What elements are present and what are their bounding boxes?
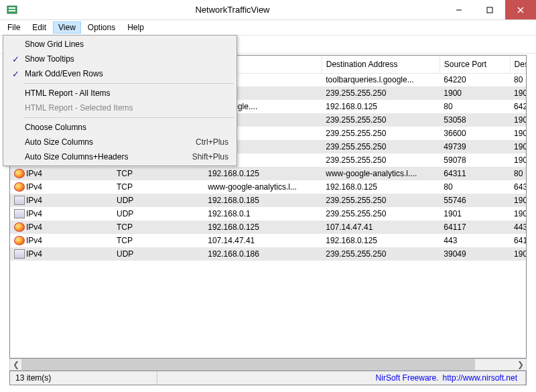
scroll-thumb[interactable]	[21, 359, 475, 370]
app-icon	[3, 1, 21, 19]
titlebar: NetworkTrafficView	[0, 0, 536, 20]
svg-rect-2	[9, 10, 15, 11]
document-icon	[14, 209, 25, 218]
svg-rect-0	[7, 6, 17, 13]
minimize-button[interactable]	[444, 0, 474, 19]
window-title: NetworkTrafficView	[21, 5, 444, 15]
status-brand-cell: NirSoft Freeware. http://www.nirsoft.net	[157, 371, 526, 385]
col-src-port[interactable]: Source Port	[440, 56, 510, 73]
document-icon	[14, 196, 25, 205]
firefox-icon	[14, 169, 25, 178]
brand-text: NirSoft Freeware.	[376, 373, 439, 383]
svg-rect-1	[9, 7, 15, 9]
status-count: 13 item(s)	[10, 371, 157, 385]
table-row[interactable]: IPv4TCP192.168.0.125107.14.47.4164117443	[10, 220, 526, 234]
table-row[interactable]: IPv4TCPwww-google-analytics.l...192.168.…	[10, 180, 526, 194]
document-icon	[14, 249, 25, 259]
col-dst-address[interactable]: Destination Address	[322, 56, 440, 73]
menu-show-tooltips[interactable]: ✓ Show Tooltips	[5, 52, 235, 66]
horizontal-scrollbar[interactable]: ❮ ❯	[9, 358, 527, 371]
menu-show-grid-lines[interactable]: Show Grid Lines	[5, 37, 235, 52]
table-row[interactable]: IPv4TCP192.168.0.125www-google-analytics…	[10, 167, 526, 180]
firefox-icon	[14, 236, 25, 245]
brand-url[interactable]: http://www.nirsoft.net	[443, 373, 517, 383]
menu-view[interactable]: View	[53, 21, 81, 34]
checkmark-icon: ✓	[7, 54, 23, 64]
menu-choose-columns[interactable]: Choose Columns	[5, 120, 235, 135]
maximize-button[interactable]	[474, 0, 505, 19]
firefox-icon	[14, 222, 25, 232]
checkmark-icon: ✓	[7, 69, 23, 79]
firefox-icon	[14, 182, 25, 192]
scroll-left-icon[interactable]: ❮	[10, 359, 21, 370]
menu-separator	[23, 117, 234, 118]
table-row[interactable]: IPv4UDP192.168.0.185239.255.255.25055746…	[10, 194, 526, 207]
menu-auto-size-columns[interactable]: Auto Size Columns Ctrl+Plus	[5, 135, 235, 149]
statusbar: 13 item(s) NirSoft Freeware. http://www.…	[9, 371, 527, 385]
table-row[interactable]: IPv4UDP192.168.0.186239.255.255.25039049…	[10, 247, 526, 261]
menu-options[interactable]: Options	[82, 21, 121, 34]
menu-file[interactable]: File	[2, 21, 25, 34]
menu-separator	[23, 83, 234, 84]
col-dst-port[interactable]: Des	[510, 56, 526, 73]
view-dropdown: Show Grid Lines ✓ Show Tooltips ✓ Mark O…	[3, 35, 237, 166]
menu-html-selected: HTML Report - Selected Items	[5, 101, 235, 115]
close-button[interactable]	[505, 0, 536, 19]
table-row[interactable]: IPv4TCP107.14.47.41192.168.0.125443641	[10, 234, 526, 247]
scroll-right-icon[interactable]: ❯	[515, 359, 526, 370]
menu-help[interactable]: Help	[122, 21, 149, 34]
table-row[interactable]: IPv4UDP192.168.0.1239.255.255.2501901190	[10, 207, 526, 220]
menubar: File Edit View Options Help	[0, 20, 536, 35]
menu-auto-size-columns-headers[interactable]: Auto Size Columns+Headers Shift+Plus	[5, 149, 235, 164]
menu-mark-odd-even[interactable]: ✓ Mark Odd/Even Rows	[5, 66, 235, 81]
menu-edit[interactable]: Edit	[27, 21, 52, 34]
menu-html-all[interactable]: HTML Report - All Items	[5, 86, 235, 101]
svg-rect-4	[487, 7, 492, 13]
